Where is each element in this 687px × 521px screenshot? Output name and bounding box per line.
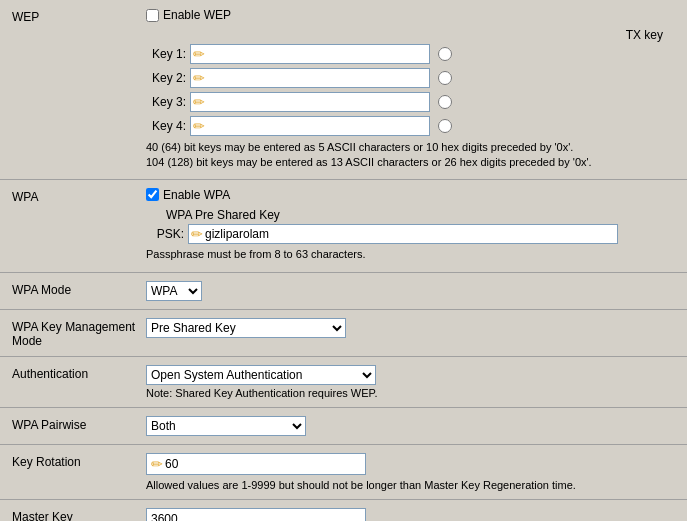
- enable-wpa-checkbox[interactable]: [146, 188, 159, 201]
- wpa-section-label: WPA: [6, 188, 146, 204]
- pencil-icon-rotation: ✏: [151, 456, 163, 472]
- key-rotation-label: Key Rotation: [6, 453, 146, 469]
- authentication-content: Open System Authentication Shared Key Au…: [146, 365, 681, 399]
- key1-input-wrap: ✏: [190, 44, 430, 64]
- master-key-input[interactable]: [151, 512, 361, 521]
- tx-key-label: TX key: [626, 28, 663, 42]
- key-rotation-hint: Allowed values are 1-9999 but should not…: [146, 479, 681, 491]
- tx-key-radio-2[interactable]: [438, 71, 452, 85]
- psk-row: PSK: ✏: [146, 224, 681, 244]
- wpa-pairwise-select[interactable]: Both TKIP AES: [146, 416, 306, 436]
- keys-area: TX key Key 1: ✏ Key 2: ✏: [146, 28, 681, 136]
- pencil-icon-1: ✏: [193, 46, 205, 62]
- enable-wep-checkbox[interactable]: [146, 9, 159, 22]
- key-rotation-input[interactable]: [165, 457, 361, 471]
- key2-input-wrap: ✏: [190, 68, 430, 88]
- key2-row: Key 2: ✏: [146, 68, 681, 88]
- key-rotation-content: ✏ Allowed values are 1-9999 but should n…: [146, 453, 681, 491]
- wpa-key-mgmt-label: WPA Key Management Mode: [6, 318, 146, 348]
- key4-label: Key 4:: [146, 119, 186, 133]
- psk-input-wrap: ✏: [188, 224, 618, 244]
- wpa-pairwise-content: Both TKIP AES: [146, 416, 681, 436]
- wep-content: Enable WEP TX key Key 1: ✏ Key 2:: [146, 8, 681, 171]
- wpa-mode-content: WPA WPA2 Auto: [146, 281, 681, 301]
- wpa-pairwise-label: WPA Pairwise: [6, 416, 146, 432]
- enable-wpa-label: Enable WPA: [163, 188, 230, 202]
- enable-wpa-row: Enable WPA: [146, 188, 681, 202]
- psk-label: PSK:: [146, 227, 184, 241]
- passphrase-hint: Passphrase must be from 8 to 63 characte…: [146, 248, 681, 260]
- authentication-label: Authentication: [6, 365, 146, 381]
- key2-input[interactable]: [207, 71, 427, 85]
- key2-label: Key 2:: [146, 71, 186, 85]
- wpa-section: WPA Enable WPA WPA Pre Shared Key PSK: ✏…: [0, 180, 687, 273]
- pencil-icon-4: ✏: [193, 118, 205, 134]
- wep-section-label: WEP: [6, 8, 146, 24]
- pencil-icon-2: ✏: [193, 70, 205, 86]
- key4-input-wrap: ✏: [190, 116, 430, 136]
- key4-input[interactable]: [207, 119, 427, 133]
- key4-row: Key 4: ✏: [146, 116, 681, 136]
- pencil-icon-psk: ✏: [191, 226, 203, 242]
- master-key-section: Master Key Regeneration Allowed values a…: [0, 500, 687, 521]
- wpa-pairwise-section: WPA Pairwise Both TKIP AES: [0, 408, 687, 445]
- psk-input[interactable]: [205, 227, 615, 241]
- enable-wep-label: Enable WEP: [163, 8, 231, 22]
- main-container: WEP Enable WEP TX key Key 1: ✏: [0, 0, 687, 521]
- tx-key-radio-4[interactable]: [438, 119, 452, 133]
- authentication-section: Authentication Open System Authenticatio…: [0, 357, 687, 408]
- wep-hint-line1: 40 (64) bit keys may be entered as 5 ASC…: [146, 140, 681, 155]
- wpa-mode-label: WPA Mode: [6, 281, 146, 297]
- key-rotation-input-wrap: ✏: [146, 453, 366, 475]
- master-key-input-wrap: [146, 508, 366, 521]
- pencil-icon-3: ✏: [193, 94, 205, 110]
- key3-label: Key 3:: [146, 95, 186, 109]
- wpa-mode-section: WPA Mode WPA WPA2 Auto: [0, 273, 687, 310]
- master-key-content: Allowed values are 1-9999 but should not…: [146, 508, 681, 521]
- wpa-content: Enable WPA WPA Pre Shared Key PSK: ✏ Pas…: [146, 188, 681, 264]
- key1-label: Key 1:: [146, 47, 186, 61]
- psk-group-label: WPA Pre Shared Key: [166, 208, 681, 222]
- wpa-key-mgmt-select[interactable]: Pre Shared Key EAP Both: [146, 318, 346, 338]
- master-key-label: Master Key Regeneration: [6, 508, 146, 521]
- tx-key-header: TX key: [146, 28, 681, 42]
- wpa-psk-group: WPA Pre Shared Key PSK: ✏ Passphrase mus…: [146, 208, 681, 260]
- wpa-key-mgmt-section: WPA Key Management Mode Pre Shared Key E…: [0, 310, 687, 357]
- wep-key-hint: 40 (64) bit keys may be entered as 5 ASC…: [146, 140, 681, 171]
- wpa-key-mgmt-content: Pre Shared Key EAP Both: [146, 318, 681, 338]
- key1-input[interactable]: [207, 47, 427, 61]
- key3-input[interactable]: [207, 95, 427, 109]
- wpa-mode-select[interactable]: WPA WPA2 Auto: [146, 281, 202, 301]
- key3-input-wrap: ✏: [190, 92, 430, 112]
- wep-section: WEP Enable WEP TX key Key 1: ✏: [0, 0, 687, 180]
- key3-row: Key 3: ✏: [146, 92, 681, 112]
- authentication-select[interactable]: Open System Authentication Shared Key Au…: [146, 365, 376, 385]
- key1-row: Key 1: ✏: [146, 44, 681, 64]
- authentication-note: Note: Shared Key Authentication requires…: [146, 387, 681, 399]
- tx-key-radio-3[interactable]: [438, 95, 452, 109]
- key-rotation-section: Key Rotation ✏ Allowed values are 1-9999…: [0, 445, 687, 500]
- tx-key-radio-1[interactable]: [438, 47, 452, 61]
- enable-wep-row: Enable WEP: [146, 8, 681, 22]
- wep-hint-line2: 104 (128) bit keys may be entered as 13 …: [146, 155, 681, 170]
